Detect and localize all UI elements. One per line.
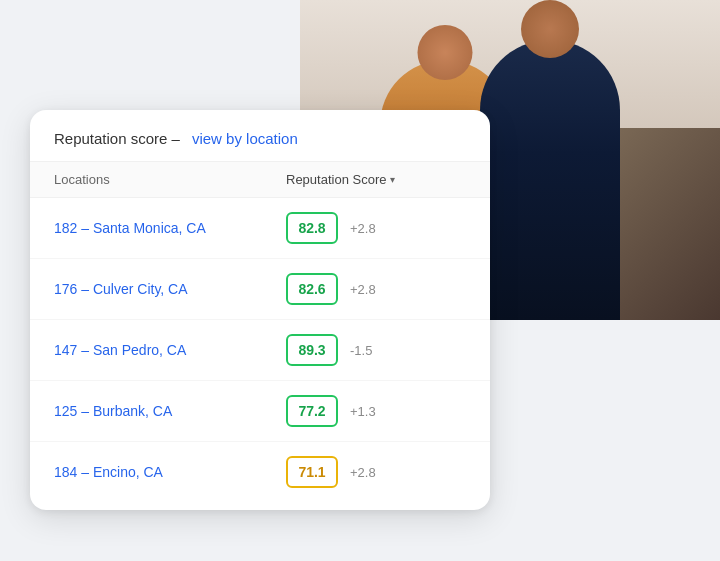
score-badge: 82.8: [286, 212, 338, 244]
score-badge: 82.6: [286, 273, 338, 305]
score-cell: 89.3 -1.5: [286, 334, 466, 366]
reputation-score-card: Reputation score – view by location Loca…: [30, 110, 490, 510]
card-title: Reputation score – view by location: [54, 130, 466, 147]
score-badge: 71.1: [286, 456, 338, 488]
table-body: 182 – Santa Monica, CA 82.8 +2.8 176 – C…: [30, 198, 490, 502]
card-header: Reputation score – view by location: [30, 110, 490, 162]
score-badge: 77.2: [286, 395, 338, 427]
score-badge: 89.3: [286, 334, 338, 366]
location-name[interactable]: 125 – Burbank, CA: [54, 403, 286, 419]
table-row[interactable]: 176 – Culver City, CA 82.6 +2.8: [30, 259, 490, 320]
score-cell: 82.6 +2.8: [286, 273, 466, 305]
score-delta: +2.8: [350, 465, 376, 480]
table-row[interactable]: 184 – Encino, CA 71.1 +2.8: [30, 442, 490, 502]
score-delta: +1.3: [350, 404, 376, 419]
score-cell: 77.2 +1.3: [286, 395, 466, 427]
score-cell: 82.8 +2.8: [286, 212, 466, 244]
title-static-text: Reputation score –: [54, 130, 180, 147]
column-header-score[interactable]: Reputation Score ▾: [286, 172, 466, 187]
score-delta: -1.5: [350, 343, 372, 358]
score-cell: 71.1 +2.8: [286, 456, 466, 488]
location-name[interactable]: 147 – San Pedro, CA: [54, 342, 286, 358]
score-delta: +2.8: [350, 221, 376, 236]
location-name[interactable]: 182 – Santa Monica, CA: [54, 220, 286, 236]
column-header-location: Locations: [54, 172, 286, 187]
location-name[interactable]: 176 – Culver City, CA: [54, 281, 286, 297]
table-row[interactable]: 125 – Burbank, CA 77.2 +1.3: [30, 381, 490, 442]
table-header: Locations Reputation Score ▾: [30, 162, 490, 198]
view-by-location-link[interactable]: view by location: [192, 130, 298, 147]
score-delta: +2.8: [350, 282, 376, 297]
table-row[interactable]: 182 – Santa Monica, CA 82.8 +2.8: [30, 198, 490, 259]
sort-icon: ▾: [390, 174, 395, 185]
table-row[interactable]: 147 – San Pedro, CA 89.3 -1.5: [30, 320, 490, 381]
location-name[interactable]: 184 – Encino, CA: [54, 464, 286, 480]
